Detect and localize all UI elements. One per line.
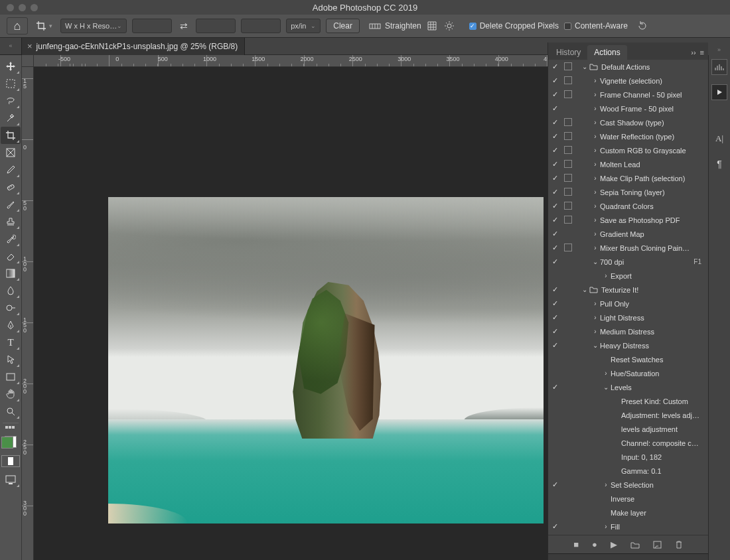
tool-move[interactable] bbox=[1, 58, 21, 75]
swap-dimensions-button[interactable]: ⇄ bbox=[177, 21, 190, 31]
action-row[interactable]: Make layer bbox=[548, 506, 708, 520]
home-button[interactable] bbox=[7, 17, 28, 35]
stop-button[interactable]: ■ bbox=[573, 539, 579, 549]
panel-resize-handle[interactable] bbox=[548, 553, 708, 560]
horizontal-ruler[interactable]: -500050010001500200025003000350040004500 bbox=[34, 55, 548, 67]
action-row[interactable]: ✓›Fill bbox=[548, 520, 708, 533]
window-controls[interactable] bbox=[7, 4, 38, 11]
clear-button[interactable]: Clear bbox=[326, 19, 360, 33]
new-action-button[interactable] bbox=[653, 541, 662, 549]
tool-brush[interactable] bbox=[1, 196, 21, 213]
action-row[interactable]: ✓›Sepia Toning (layer) bbox=[548, 185, 708, 199]
action-row[interactable]: Inverse bbox=[548, 492, 708, 506]
tool-heal[interactable] bbox=[1, 178, 21, 196]
crop-preset-dropdown[interactable]: W x H x Reso…⌄ bbox=[60, 19, 127, 33]
tool-zoom[interactable] bbox=[1, 403, 21, 420]
panel-icon-histogram[interactable] bbox=[711, 59, 727, 75]
tool-history-brush[interactable] bbox=[1, 230, 21, 247]
tool-dodge[interactable] bbox=[1, 299, 21, 316]
action-row[interactable]: ✓⌄Default Actions bbox=[548, 60, 708, 74]
reset-crop-button[interactable] bbox=[637, 21, 649, 31]
close-window-icon[interactable] bbox=[7, 4, 14, 11]
action-row[interactable]: ✓›Wood Frame - 50 pixel bbox=[548, 102, 708, 115]
action-row[interactable]: ✓›Mixer Brush Cloning Pain… bbox=[548, 241, 708, 255]
crop-options-button[interactable] bbox=[444, 21, 456, 31]
action-row[interactable]: ✓⌄Texturize It! bbox=[548, 283, 708, 297]
tool-pen[interactable] bbox=[1, 316, 21, 334]
panel-icon-paragraph[interactable]: ¶ bbox=[711, 156, 727, 172]
tool-hand[interactable] bbox=[1, 385, 21, 403]
tool-more[interactable] bbox=[5, 426, 16, 430]
record-button[interactable]: ● bbox=[592, 539, 597, 549]
action-row[interactable]: ✓›Save as Photoshop PDF bbox=[548, 213, 708, 227]
action-row[interactable]: ›Export bbox=[548, 269, 708, 283]
tab-actions[interactable]: Actions bbox=[587, 45, 626, 60]
action-row[interactable]: ✓›Quadrant Colors bbox=[548, 199, 708, 213]
tool-crop[interactable] bbox=[1, 127, 21, 144]
tool-frame[interactable] bbox=[1, 144, 21, 161]
delete-button[interactable] bbox=[675, 540, 683, 549]
action-row[interactable]: Adjustment: levels adj… bbox=[548, 408, 708, 422]
action-row[interactable]: ✓⌄700 dpiF1 bbox=[548, 255, 708, 269]
maximize-window-icon[interactable] bbox=[31, 4, 38, 11]
document-tab[interactable]: × junfeng-gao-cEknN1ckP1s-unsplash.jpg @… bbox=[22, 38, 245, 55]
action-row[interactable]: ✓›Set Selection bbox=[548, 478, 708, 492]
action-row[interactable]: Input: 0, 182 bbox=[548, 450, 708, 464]
crop-width-input[interactable] bbox=[132, 19, 172, 33]
crop-unit-dropdown[interactable]: px/in⌄ bbox=[286, 19, 321, 33]
panel-icon-character[interactable]: A| bbox=[711, 131, 727, 147]
tab-history[interactable]: History bbox=[549, 45, 587, 60]
action-row[interactable]: ✓›Vignette (selection) bbox=[548, 74, 708, 88]
action-row[interactable]: ✓⌄Heavy Distress bbox=[548, 338, 708, 352]
tool-gradient[interactable] bbox=[1, 265, 21, 282]
foreground-color-swatch[interactable] bbox=[1, 437, 13, 449]
action-row[interactable]: ✓⌄Levels bbox=[548, 380, 708, 394]
left-collapse-handle[interactable]: « bbox=[0, 38, 22, 55]
tool-stamp[interactable] bbox=[1, 213, 21, 230]
crop-height-input[interactable] bbox=[196, 19, 236, 33]
tool-shape[interactable] bbox=[1, 368, 21, 385]
overlay-grid-button[interactable] bbox=[427, 21, 439, 31]
crop-tool-indicator[interactable]: ▾ bbox=[33, 21, 55, 31]
action-row[interactable]: ✓›Custom RGB to Grayscale bbox=[548, 143, 708, 157]
action-row[interactable]: ✓›Medium Distress bbox=[548, 324, 708, 338]
straighten-button[interactable]: Straighten bbox=[369, 21, 421, 31]
actions-list[interactable]: ✓⌄Default Actions✓›Vignette (selection)✓… bbox=[548, 60, 708, 535]
action-row[interactable]: Channel: composite c… bbox=[548, 436, 708, 450]
action-row[interactable]: Preset Kind: Custom bbox=[548, 394, 708, 408]
close-tab-icon[interactable]: × bbox=[27, 41, 33, 51]
color-swatches[interactable] bbox=[1, 433, 20, 451]
play-button[interactable]: ▶ bbox=[611, 539, 617, 549]
canvas-area[interactable]: -500050010001500200025003000350040004500… bbox=[22, 55, 548, 560]
tool-type[interactable]: T bbox=[1, 334, 21, 351]
panel-collapse-icon[interactable]: ›› bbox=[691, 48, 695, 56]
panel-menu-icon[interactable]: ≡ bbox=[700, 48, 704, 56]
tool-eyedropper[interactable] bbox=[1, 161, 21, 178]
minimize-window-icon[interactable] bbox=[19, 4, 26, 11]
new-set-button[interactable] bbox=[630, 541, 640, 549]
action-row[interactable]: ✓›Make Clip Path (selection) bbox=[548, 171, 708, 185]
action-row[interactable]: levels adjustment bbox=[548, 422, 708, 436]
vertical-ruler[interactable]: 1 505 01 0 01 5 02 0 02 5 03 0 03 5 04 0… bbox=[22, 67, 34, 560]
document-image[interactable] bbox=[108, 197, 544, 524]
action-row[interactable]: ✓›Light Distress bbox=[548, 311, 708, 324]
action-row[interactable]: ✓›Water Reflection (type) bbox=[548, 129, 708, 143]
tool-wand[interactable] bbox=[1, 109, 21, 127]
action-row[interactable]: Gamma: 0.1 bbox=[548, 464, 708, 478]
action-row[interactable]: ✓›Gradient Map bbox=[548, 227, 708, 241]
tool-blur[interactable] bbox=[1, 282, 21, 299]
action-row[interactable]: ›Hue/Saturation bbox=[548, 366, 708, 380]
action-row[interactable]: ✓›Pull Only bbox=[548, 297, 708, 311]
quick-mask-toggle[interactable] bbox=[1, 455, 20, 467]
tool-lasso[interactable] bbox=[1, 92, 21, 109]
delete-cropped-checkbox[interactable]: ✓ Delete Cropped Pixels bbox=[469, 21, 559, 31]
action-row[interactable]: ✓›Frame Channel - 50 pixel bbox=[548, 88, 708, 102]
crop-resolution-input[interactable] bbox=[241, 19, 281, 33]
action-row[interactable]: ✓›Cast Shadow (type) bbox=[548, 115, 708, 129]
tool-path-select[interactable] bbox=[1, 351, 21, 368]
action-row[interactable]: ✓›Molten Lead bbox=[548, 157, 708, 171]
tool-marquee[interactable] bbox=[1, 75, 21, 92]
tool-eraser[interactable] bbox=[1, 247, 21, 265]
screen-mode-button[interactable] bbox=[1, 471, 21, 488]
action-row[interactable]: Reset Swatches bbox=[548, 352, 708, 366]
